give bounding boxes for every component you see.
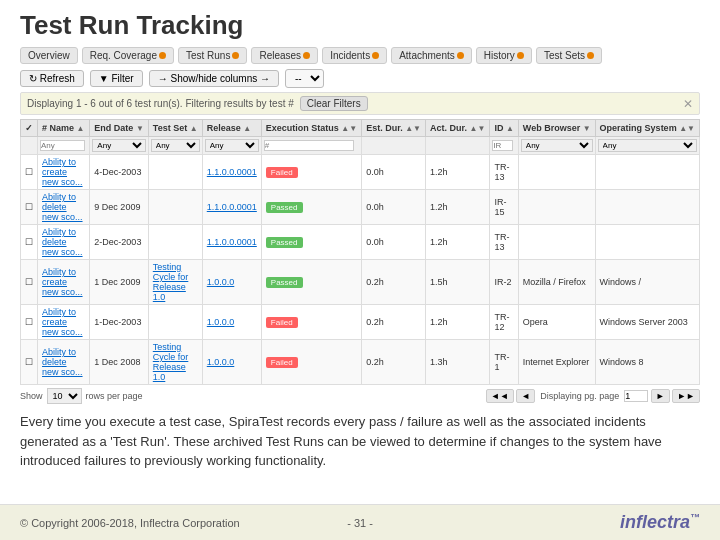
row-execstatus: Failed [261, 305, 361, 340]
row-release[interactable]: 1.0.0.0 [202, 260, 261, 305]
row-release[interactable]: 1.1.0.0.0001 [202, 225, 261, 260]
page-title: Test Run Tracking [0, 0, 720, 47]
tab-attachments[interactable]: Attachments [391, 47, 472, 64]
table-body: ☐ Ability to create new sco... 4-Dec-200… [21, 155, 700, 385]
row-check[interactable]: ☐ [21, 260, 38, 305]
row-name[interactable]: Ability to create new sco... [38, 155, 90, 190]
row-estdur: 0.0h [362, 225, 426, 260]
footer-page: - 31 - [347, 517, 373, 529]
col-header-enddate[interactable]: End Date ▼ [90, 120, 148, 137]
table-row: ☐ Ability to create new sco... 4-Dec-200… [21, 155, 700, 190]
row-testset[interactable]: Testing Cycle for Release 1.0 [148, 340, 202, 385]
toolbar: ↻ Refresh ▼ Filter → Show/hide columns →… [20, 69, 700, 88]
row-webbrowser [518, 155, 595, 190]
tab-history-label: History [484, 50, 515, 61]
columns-select[interactable]: -- [285, 69, 324, 88]
per-page-select[interactable]: 102550 [47, 388, 82, 404]
row-execstatus: Failed [261, 155, 361, 190]
table-header-row: ✓ # Name ▲ End Date ▼ Test Set ▲ Release… [21, 120, 700, 137]
row-release[interactable]: 1.0.0.0 [202, 305, 261, 340]
row-name[interactable]: Ability to create new sco... [38, 260, 90, 305]
filter-id[interactable] [490, 137, 518, 155]
col-header-actdur[interactable]: Act. Dur. ▲▼ [426, 120, 490, 137]
filter-enddate[interactable]: Any [90, 137, 148, 155]
row-os [595, 225, 699, 260]
row-estdur: 0.0h [362, 190, 426, 225]
row-name[interactable]: Ability to delete new sco... [38, 340, 90, 385]
col-header-webbrowser[interactable]: Web Browser ▼ [518, 120, 595, 137]
tab-test-sets[interactable]: Test Sets [536, 47, 602, 64]
next-page-button[interactable]: ► [651, 389, 670, 403]
tab-history-dot [517, 52, 524, 59]
row-testset[interactable]: Testing Cycle for Release 1.0 [148, 260, 202, 305]
prev-page-button[interactable]: ◄ [516, 389, 535, 403]
row-actdur: 1.2h [426, 225, 490, 260]
row-os: Windows 8 [595, 340, 699, 385]
tab-overview[interactable]: Overview [20, 47, 78, 64]
row-actdur: 1.5h [426, 260, 490, 305]
filter-os[interactable]: Any [595, 137, 699, 155]
col-header-id[interactable]: ID ▲ [490, 120, 518, 137]
row-enddate: 1 Dec 2008 [90, 340, 148, 385]
row-check[interactable]: ☐ [21, 225, 38, 260]
tab-incidents[interactable]: Incidents [322, 47, 387, 64]
row-release[interactable]: 1.1.0.0.0001 [202, 155, 261, 190]
filter-name[interactable] [38, 137, 90, 155]
row-enddate: 1-Dec-2003 [90, 305, 148, 340]
filter-testset[interactable]: Any [148, 137, 202, 155]
table-filter-row: Any Any Any Any Any [21, 137, 700, 155]
tab-releases[interactable]: Releases [251, 47, 318, 64]
footer-logo-mark: ™ [690, 512, 700, 523]
content-area: Overview Req. Coverage Test Runs Release… [20, 47, 700, 404]
row-id: TR-13 [490, 225, 518, 260]
tab-releases-dot [303, 52, 310, 59]
row-id: TR-13 [490, 155, 518, 190]
col-header-testset[interactable]: Test Set ▲ [148, 120, 202, 137]
row-actdur: 1.2h [426, 305, 490, 340]
refresh-button[interactable]: ↻ Refresh [20, 70, 84, 87]
row-os [595, 190, 699, 225]
row-id: IR-15 [490, 190, 518, 225]
filter-execstatus[interactable] [261, 137, 361, 155]
last-page-button[interactable]: ►► [672, 389, 700, 403]
tab-releases-label: Releases [259, 50, 301, 61]
filter-button[interactable]: ▼ Filter [90, 70, 143, 87]
col-header-release[interactable]: Release ▲ [202, 120, 261, 137]
filter-bar-close[interactable]: ✕ [683, 97, 693, 111]
row-release[interactable]: 1.1.0.0.0001 [202, 190, 261, 225]
tab-test-runs-dot [232, 52, 239, 59]
tab-history[interactable]: History [476, 47, 532, 64]
filter-release[interactable]: Any [202, 137, 261, 155]
row-name[interactable]: Ability to delete new sco... [38, 225, 90, 260]
row-check[interactable]: ☐ [21, 305, 38, 340]
row-name[interactable]: Ability to delete new sco... [38, 190, 90, 225]
col-header-execstatus[interactable]: Execution Status ▲▼ [261, 120, 361, 137]
col-header-os[interactable]: Operating System ▲▼ [595, 120, 699, 137]
filter-bar-text: Displaying 1 - 6 out of 6 test run(s). F… [27, 98, 294, 109]
show-label: Show [20, 391, 43, 401]
row-check[interactable]: ☐ [21, 155, 38, 190]
row-execstatus: Passed [261, 260, 361, 305]
clear-filters-button[interactable]: Clear Filters [300, 96, 368, 111]
row-check[interactable]: ☐ [21, 190, 38, 225]
row-testset [148, 190, 202, 225]
table-row: ☐ Ability to create new sco... 1 Dec 200… [21, 260, 700, 305]
row-id: IR-2 [490, 260, 518, 305]
page-number-input[interactable] [624, 390, 648, 402]
col-header-estdur[interactable]: Est. Dur. ▲▼ [362, 120, 426, 137]
first-page-button[interactable]: ◄◄ [486, 389, 514, 403]
row-release[interactable]: 1.0.0.0 [202, 340, 261, 385]
tab-test-runs[interactable]: Test Runs [178, 47, 247, 64]
filter-webbrowser[interactable]: Any [518, 137, 595, 155]
footer-logo: inflectra™ [620, 512, 700, 533]
show-hide-button[interactable]: → Show/hide columns → [149, 70, 279, 87]
col-header-check[interactable]: ✓ [21, 120, 38, 137]
tab-test-sets-label: Test Sets [544, 50, 585, 61]
test-runs-table: ✓ # Name ▲ End Date ▼ Test Set ▲ Release… [20, 119, 700, 385]
table-row: ☐ Ability to create new sco... 1-Dec-200… [21, 305, 700, 340]
tab-req-coverage[interactable]: Req. Coverage [82, 47, 174, 64]
col-header-name[interactable]: # Name ▲ [38, 120, 90, 137]
row-check[interactable]: ☐ [21, 340, 38, 385]
row-name[interactable]: Ability to create new sco... [38, 305, 90, 340]
row-enddate: 2-Dec-2003 [90, 225, 148, 260]
